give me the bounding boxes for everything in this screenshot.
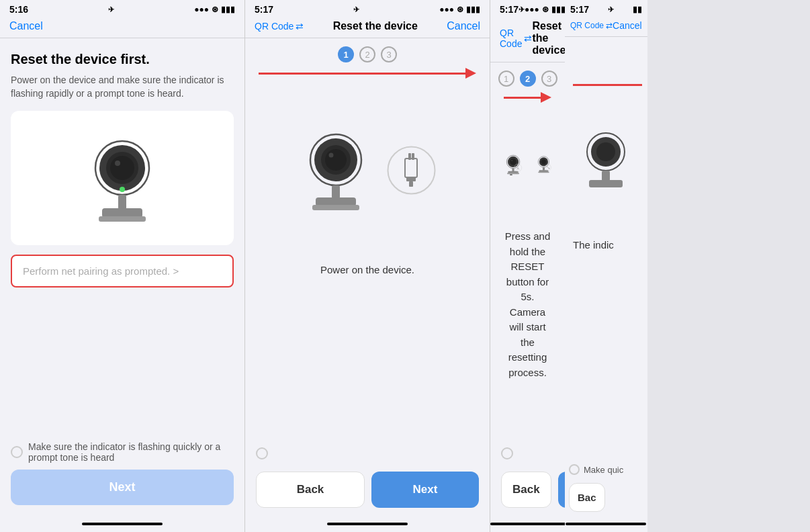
battery-icon-2: ▮▮▮: [466, 5, 480, 14]
nav-title-2: Reset the device: [333, 20, 418, 32]
illustration-2: [245, 84, 490, 256]
time-4: 5:17: [570, 4, 589, 15]
svg-rect-21: [406, 177, 416, 181]
status-bar-1: 5:16 ✈ ●●● ⊛ ▮▮▮: [0, 0, 244, 17]
cancel-button-4[interactable]: Cancel: [613, 20, 642, 31]
svg-rect-47: [602, 171, 610, 181]
time-3: 5:17: [500, 4, 519, 15]
progress-arrow-2: [245, 68, 490, 79]
svg-point-4: [115, 161, 120, 166]
arrow-line-4: [573, 84, 642, 86]
panel1-heading: Reset the device first.: [11, 52, 234, 67]
step-2-circle: 2: [359, 46, 375, 62]
battery-icon-4: ▮▮: [633, 5, 642, 14]
panel2-content: 1 2 3: [245, 38, 490, 519]
svg-rect-19: [408, 153, 411, 160]
status-icons-1: ●●● ⊛ ▮▮▮: [194, 5, 235, 14]
nav-bar-4: QR Code ⇄ Cancel: [565, 17, 647, 37]
status-arrow-2: ✈: [353, 5, 359, 14]
qrcode-icon-2: ⇄: [296, 21, 304, 32]
step-desc-3: Press and hold the RESET button for 5s. …: [490, 222, 565, 390]
nav-title-3: Reset the device: [532, 20, 565, 56]
prompt-button-1[interactable]: Perform net pairing as prompted. >: [11, 255, 234, 287]
svg-point-27: [511, 160, 512, 161]
radio-area-2: [245, 446, 490, 465]
svg-rect-40: [538, 171, 549, 173]
svg-rect-20: [412, 153, 414, 160]
back-button-4[interactable]: Bac: [569, 483, 605, 512]
progress-arrow-4: [570, 84, 642, 86]
radio-4[interactable]: [569, 464, 580, 475]
partial-radio-label-4: Make quic: [584, 465, 623, 475]
radio-3[interactable]: [501, 447, 513, 459]
cancel-button-2[interactable]: Cancel: [447, 20, 480, 32]
svg-point-12: [325, 149, 347, 171]
qrcode-label-2: QR Code: [255, 21, 294, 32]
panel3-content: 1 2 3: [490, 62, 565, 519]
button-bar-2: Back Next: [245, 465, 490, 519]
partial-desc-4: The indic: [570, 239, 642, 257]
status-arrow-4: ✈: [608, 5, 614, 14]
status-icons-3: ●●● ⊛ ▮▮▮: [525, 5, 565, 14]
next-button-2[interactable]: Next: [371, 472, 479, 508]
cancel-button-1[interactable]: Cancel: [9, 20, 43, 32]
svg-rect-14: [332, 185, 340, 199]
nav-bar-2: QR Code ⇄ Reset the device Cancel: [245, 17, 490, 38]
arrow-line-3: [504, 97, 541, 99]
qrcode-nav-2[interactable]: QR Code ⇄: [255, 21, 304, 32]
step-3-circle: 3: [381, 46, 397, 62]
camera-svg-1: [82, 124, 163, 232]
home-indicator-2: [327, 523, 408, 525]
svg-rect-16: [312, 205, 359, 210]
progress-arrow-3: [490, 92, 565, 103]
svg-point-5: [120, 187, 125, 192]
next-button-3[interactable]: Next: [558, 472, 565, 508]
time-2: 5:17: [255, 4, 273, 15]
partial-button-bar-4: Bac: [565, 479, 647, 519]
back-button-2[interactable]: Back: [256, 472, 365, 508]
svg-rect-7: [102, 208, 142, 218]
camera-main-svg-2: [299, 120, 373, 220]
wifi-icon-2: ⊛: [457, 5, 463, 14]
plug-svg-2: [386, 145, 437, 195]
step-2-circle-3: 2: [520, 71, 536, 87]
svg-rect-30: [507, 173, 519, 174]
panel1-desc: Power on the device and make sure the in…: [11, 74, 234, 100]
radio-area-3: [490, 446, 565, 465]
status-bar-4: 5:17 ✈ ▮▮: [565, 0, 647, 17]
phone-panel-2: 5:17 ✈ ●●● ⊛ ▮▮▮ QR Code ⇄ Reset the dev…: [245, 0, 490, 532]
svg-rect-48: [589, 180, 623, 187]
radio-partial-4: Make quic: [565, 464, 647, 479]
qrcode-nav-3[interactable]: QR Code ⇄: [500, 28, 532, 49]
bottom-section-1: Make sure the indicator is flashing quic…: [0, 432, 244, 519]
arrow-head-3: [541, 92, 551, 103]
svg-rect-22: [409, 181, 413, 187]
qrcode-icon-3: ⇄: [524, 33, 532, 44]
qrcode-label-4: QR Code: [570, 21, 604, 30]
back-button-3[interactable]: Back: [501, 472, 551, 508]
home-indicator-4: [566, 523, 646, 525]
svg-point-26: [510, 159, 516, 165]
radio-2[interactable]: [256, 447, 268, 459]
phone-panel-4: 5:17 ✈ ▮▮ QR Code ⇄ Cancel The i: [565, 0, 647, 532]
time-1: 5:16: [9, 4, 28, 15]
wifi-icon-3: ⊛: [542, 5, 549, 14]
panel1-content: Reset the device first. Power on the dev…: [0, 38, 244, 432]
status-arrow-3: ✈: [519, 5, 525, 14]
svg-rect-6: [118, 195, 126, 210]
step-indicators-3: 1 2 3: [490, 62, 565, 92]
step-desc-2: Power on the device.: [245, 256, 490, 287]
illustration-3: [490, 108, 565, 222]
qrcode-nav-4[interactable]: QR Code ⇄: [570, 21, 613, 30]
svg-rect-18: [405, 159, 417, 177]
qrcode-label-3: QR Code: [500, 28, 522, 49]
radio-circle-1[interactable]: [11, 446, 23, 458]
step-1-circle-3: 1: [498, 71, 514, 87]
status-icons-4: ▮▮: [633, 5, 642, 14]
battery-icon-3: ▮▮▮: [551, 5, 565, 14]
arrow-line-2: [259, 73, 465, 75]
illustration-4-partial: [570, 91, 642, 239]
phone-panel-3: 5:17 ✈ ●●● ⊛ ▮▮▮ QR Code ⇄ Reset the dev…: [490, 0, 565, 532]
camera-illustration-1: [11, 111, 234, 245]
next-button-1-disabled: Next: [11, 470, 234, 505]
